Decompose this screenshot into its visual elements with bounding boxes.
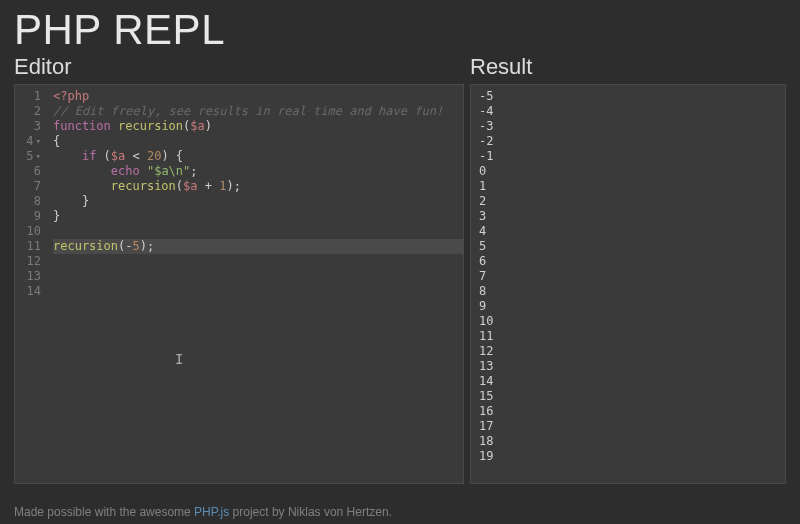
editor-area[interactable]: 1234567891011121314 <?php// Edit freely,…	[14, 84, 464, 484]
code-line[interactable]: }	[53, 194, 463, 209]
code-line[interactable]: }	[53, 209, 463, 224]
line-number: 13	[19, 269, 41, 284]
code-line[interactable]: recursion(-5);	[53, 239, 463, 254]
line-number: 14	[19, 284, 41, 299]
line-number: 12	[19, 254, 41, 269]
line-number: 11	[19, 239, 41, 254]
line-number: 6	[19, 164, 41, 179]
line-number: 2	[19, 104, 41, 119]
code-line[interactable]	[53, 224, 463, 239]
code-line[interactable]: // Edit freely, see results in real time…	[53, 104, 463, 119]
editor-heading: Editor	[14, 54, 464, 80]
editor-gutter: 1234567891011121314	[15, 85, 49, 483]
result-output: -5 -4 -3 -2 -1 0 1 2 3 4 5 6 7 8 9 10 11…	[470, 84, 786, 484]
code-line[interactable]: if ($a < 20) {	[53, 149, 463, 164]
line-number: 10	[19, 224, 41, 239]
line-number: 7	[19, 179, 41, 194]
line-number: 3	[19, 119, 41, 134]
code-line[interactable]: echo "$a\n";	[53, 164, 463, 179]
code-line[interactable]	[53, 269, 463, 284]
line-number: 5	[19, 149, 41, 164]
code-line[interactable]: recursion($a + 1);	[53, 179, 463, 194]
result-heading: Result	[470, 54, 786, 80]
code-line[interactable]	[53, 254, 463, 269]
footer-text: Made possible with the awesome PHP.js pr…	[14, 505, 392, 519]
line-number: 4	[19, 134, 41, 149]
code-line[interactable]: {	[53, 134, 463, 149]
editor-code[interactable]: <?php// Edit freely, see results in real…	[49, 85, 463, 483]
line-number: 8	[19, 194, 41, 209]
phpjs-link[interactable]: PHP.js	[194, 505, 229, 519]
code-line[interactable]: <?php	[53, 89, 463, 104]
page-title: PHP REPL	[14, 6, 786, 54]
line-number: 1	[19, 89, 41, 104]
code-line[interactable]: function recursion($a)	[53, 119, 463, 134]
line-number: 9	[19, 209, 41, 224]
code-line[interactable]	[53, 284, 463, 299]
